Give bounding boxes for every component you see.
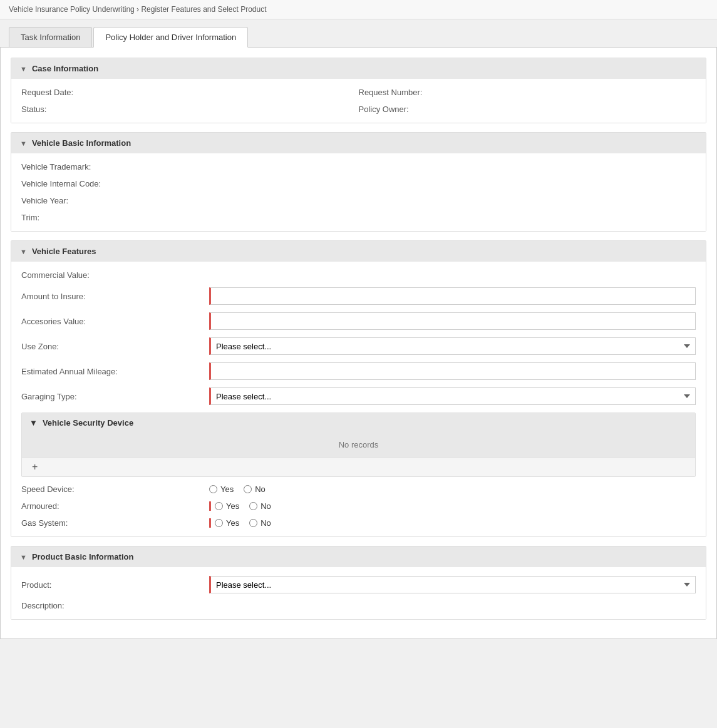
section-case-information: ▼ Case Information Request Date: Request… — [11, 58, 706, 123]
use-zone-label: Use Zone: — [21, 342, 209, 351]
use-zone-field[interactable]: Please select... — [209, 337, 696, 355]
form-row-year: Vehicle Year: — [21, 196, 696, 205]
form-row-internal-code: Vehicle Internal Code: — [21, 179, 696, 188]
estimated-mileage-label: Estimated Annual Mileage: — [21, 367, 209, 376]
armoured-no-radio[interactable] — [249, 502, 257, 510]
speed-device-radio-group: Yes No — [209, 484, 696, 494]
chevron-icon: ▼ — [20, 248, 27, 255]
form-row-commercial-value: Commercial Value: — [21, 270, 696, 280]
garaging-type-field[interactable]: Please select... — [209, 387, 696, 405]
gas-system-no-radio[interactable] — [249, 519, 257, 527]
gas-system-no-option[interactable]: No — [249, 518, 271, 528]
main-content: ▼ Case Information Request Date: Request… — [0, 48, 717, 639]
use-zone-select[interactable]: Please select... — [209, 337, 696, 355]
form-row-speed-device: Speed Device: Yes No — [21, 484, 696, 494]
speed-device-no-option[interactable]: No — [244, 484, 266, 494]
armoured-radio-group: Yes No — [215, 501, 696, 511]
subsection-vehicle-security-header[interactable]: ▼ Vehicle Security Device — [22, 413, 695, 433]
section-case-information-body: Request Date: Request Number: Status: Po… — [11, 79, 706, 123]
form-row-trim: Trim: — [21, 213, 696, 222]
armoured-yes-option[interactable]: Yes — [215, 501, 239, 511]
garaging-type-select[interactable]: Please select... — [209, 387, 696, 405]
section-vehicle-features-body: Commercial Value: Amount to Insure: Acce… — [11, 262, 706, 536]
accessories-value-label: Accesories Value: — [21, 317, 209, 326]
section-vehicle-features: ▼ Vehicle Features Commercial Value: Amo… — [11, 240, 706, 537]
speed-device-no-radio[interactable] — [244, 485, 252, 493]
gas-system-yes-option[interactable]: Yes — [215, 518, 239, 528]
chevron-icon: ▼ — [29, 418, 38, 428]
form-row-gas-system: Gas System: Yes No — [21, 518, 696, 528]
trademark-label: Vehicle Trademark: — [21, 162, 209, 172]
speed-device-label: Speed Device: — [21, 484, 209, 494]
subsection-vehicle-security-body: No records — [22, 433, 695, 457]
armoured-yes-radio[interactable] — [215, 502, 223, 510]
gas-system-yes-radio[interactable] — [215, 519, 223, 527]
subsection-vehicle-security-footer: + — [22, 457, 695, 476]
gas-system-field: Yes No — [209, 518, 696, 528]
tabs-bar: Task Information Policy Holder and Drive… — [0, 19, 717, 48]
chevron-icon: ▼ — [20, 140, 27, 147]
estimated-mileage-field[interactable] — [209, 362, 696, 380]
status-label: Status: — [21, 105, 209, 114]
amount-to-insure-label: Amount to Insure: — [21, 292, 209, 301]
form-row-request-date: Request Date: Request Number: — [21, 88, 696, 97]
section-vehicle-features-header[interactable]: ▼ Vehicle Features — [11, 241, 706, 262]
product-field[interactable]: Please select... — [209, 576, 696, 593]
speed-device-yes-radio[interactable] — [209, 485, 217, 493]
request-date-label: Request Date: — [21, 88, 209, 97]
form-row-armoured: Armoured: Yes No — [21, 501, 696, 511]
breadcrumb: Vehicle Insurance Policy Underwriting › … — [0, 0, 717, 19]
form-row-description: Description: — [21, 601, 696, 610]
estimated-mileage-input[interactable] — [209, 362, 696, 380]
gas-system-radio-group: Yes No — [215, 518, 696, 528]
form-row-estimated-mileage: Estimated Annual Mileage: — [21, 362, 696, 380]
form-row-use-zone: Use Zone: Please select... — [21, 337, 696, 355]
section-product-basic-body: Product: Please select... Description: — [11, 567, 706, 619]
amount-to-insure-field[interactable] — [209, 287, 696, 305]
section-case-information-header[interactable]: ▼ Case Information — [11, 58, 706, 79]
description-label: Description: — [21, 601, 209, 610]
commercial-value-label: Commercial Value: — [21, 270, 209, 280]
section-vehicle-basic-body: Vehicle Trademark: Vehicle Internal Code… — [11, 153, 706, 231]
chevron-icon: ▼ — [20, 65, 27, 73]
speed-device-yes-option[interactable]: Yes — [209, 484, 234, 494]
internal-code-label: Vehicle Internal Code: — [21, 179, 209, 188]
amount-to-insure-input[interactable] — [209, 287, 696, 305]
accessories-value-input[interactable] — [209, 312, 696, 330]
form-row-trademark: Vehicle Trademark: — [21, 162, 696, 172]
armoured-field: Yes No — [209, 501, 696, 511]
speed-device-field: Yes No — [209, 484, 696, 494]
form-row-product: Product: Please select... — [21, 576, 696, 593]
garaging-type-label: Garaging Type: — [21, 392, 209, 401]
trim-label: Trim: — [21, 213, 209, 222]
form-row-amount-to-insure: Amount to Insure: — [21, 287, 696, 305]
product-select[interactable]: Please select... — [209, 576, 696, 593]
tab-policy-holder[interactable]: Policy Holder and Driver Information — [93, 27, 248, 48]
form-row-accessories-value: Accesories Value: — [21, 312, 696, 330]
section-vehicle-basic-header[interactable]: ▼ Vehicle Basic Information — [11, 133, 706, 153]
chevron-icon: ▼ — [20, 553, 27, 561]
accessories-value-field[interactable] — [209, 312, 696, 330]
section-product-basic-header[interactable]: ▼ Product Basic Information — [11, 546, 706, 567]
add-security-device-button[interactable]: + — [29, 461, 40, 473]
policy-owner-label: Policy Owner: — [359, 105, 547, 114]
request-number-label: Request Number: — [359, 88, 547, 97]
form-row-status: Status: Policy Owner: — [21, 105, 696, 114]
product-label: Product: — [21, 580, 209, 590]
armoured-label: Armoured: — [21, 501, 209, 511]
tab-task-information[interactable]: Task Information — [9, 27, 92, 47]
section-product-basic: ▼ Product Basic Information Product: Ple… — [11, 546, 706, 620]
armoured-no-option[interactable]: No — [249, 501, 271, 511]
gas-system-label: Gas System: — [21, 518, 209, 528]
section-vehicle-basic: ▼ Vehicle Basic Information Vehicle Trad… — [11, 132, 706, 232]
year-label: Vehicle Year: — [21, 196, 209, 205]
subsection-vehicle-security: ▼ Vehicle Security Device No records + — [21, 413, 696, 477]
form-row-garaging-type: Garaging Type: Please select... — [21, 387, 696, 405]
